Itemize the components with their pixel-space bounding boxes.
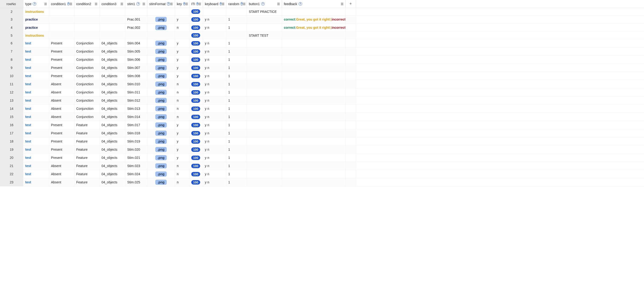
- cell-button1[interactable]: [247, 121, 282, 129]
- cell-condition3[interactable]: 04_objects: [100, 170, 125, 178]
- cell-button1[interactable]: [247, 47, 282, 55]
- header-keyboard[interactable]: keyboard ?: [203, 0, 226, 8]
- cell-rowno[interactable]: 17: [0, 129, 24, 137]
- header-button1[interactable]: button1 ?: [247, 0, 282, 8]
- cell-stimformat[interactable]: .png: [147, 154, 175, 162]
- cell-random[interactable]: 1: [226, 113, 247, 121]
- help-icon[interactable]: ?: [167, 2, 170, 5]
- cell-condition2[interactable]: Feature: [74, 178, 100, 186]
- help-icon[interactable]: ?: [196, 2, 198, 5]
- cell-condition3[interactable]: 04_objects: [100, 129, 125, 137]
- cell-key[interactable]: y: [175, 121, 190, 129]
- cell-condition1[interactable]: [49, 23, 74, 31]
- cell-keyboard[interactable]: y n: [203, 39, 226, 47]
- cell-key[interactable]: y: [175, 146, 190, 153]
- cell-key[interactable]: y: [175, 154, 190, 162]
- cell-feedback[interactable]: correct:Great, you got it right!; incorr…: [282, 23, 346, 31]
- cell-stim1[interactable]: Stim.023: [125, 162, 147, 170]
- table-row[interactable]: 17testPresentFeature04_objectsStim.018.p…: [0, 129, 644, 137]
- table-row[interactable]: 23testAbsentFeature04_objectsStim.025.pn…: [0, 178, 644, 186]
- cell-random[interactable]: 1: [226, 23, 247, 31]
- cell-type[interactable]: test: [24, 154, 49, 162]
- cell-stim1[interactable]: Prac.001: [125, 15, 147, 23]
- cell-condition1[interactable]: Absent: [49, 178, 74, 186]
- cell-rowno[interactable]: 18: [0, 137, 24, 145]
- cell-key[interactable]: n: [175, 88, 190, 96]
- header-condition1[interactable]: condition1 ?: [49, 0, 74, 8]
- cell-stim1[interactable]: Stim.024: [125, 170, 147, 178]
- cell-feedback[interactable]: [282, 154, 346, 162]
- cell-key[interactable]: y: [175, 47, 190, 55]
- cell-rowno[interactable]: 14: [0, 105, 24, 113]
- cell-random[interactable]: 1: [226, 121, 247, 129]
- cell-condition3[interactable]: 04_objects: [100, 80, 125, 88]
- cell-stim1[interactable]: Stim.014: [125, 113, 147, 121]
- cell-type[interactable]: test: [24, 162, 49, 170]
- cell-condition3[interactable]: 04_objects: [100, 154, 125, 162]
- cell-keyboard[interactable]: y n: [203, 15, 226, 23]
- cell-type[interactable]: test: [24, 178, 49, 186]
- cell-key[interactable]: y: [175, 64, 190, 72]
- cell-type[interactable]: test: [24, 137, 49, 145]
- cell-key[interactable]: n: [175, 105, 190, 113]
- table-row[interactable]: 20testPresentFeature04_objectsStim.021.p…: [0, 154, 644, 162]
- header-rowno[interactable]: rowNo: [0, 0, 24, 8]
- header-random[interactable]: random ?: [226, 0, 247, 8]
- cell-key[interactable]: n: [175, 23, 190, 31]
- cell-iti[interactable]: 100: [190, 170, 203, 178]
- column-menu-icon[interactable]: [44, 2, 47, 5]
- cell-button1[interactable]: [247, 39, 282, 47]
- cell-type[interactable]: test: [24, 129, 49, 137]
- cell-stimformat[interactable]: .png: [147, 56, 175, 63]
- cell-key[interactable]: n: [175, 170, 190, 178]
- cell-stimformat[interactable]: .png: [147, 96, 175, 104]
- cell-stimformat[interactable]: .png: [147, 80, 175, 88]
- cell-feedback[interactable]: [282, 39, 346, 47]
- cell-condition3[interactable]: 04_objects: [100, 137, 125, 145]
- cell-keyboard[interactable]: y n: [203, 113, 226, 121]
- cell-condition3[interactable]: 04_objects: [100, 88, 125, 96]
- cell-iti[interactable]: 100: [190, 154, 203, 162]
- cell-stimformat[interactable]: .png: [147, 23, 175, 31]
- cell-stimformat[interactable]: .png: [147, 137, 175, 145]
- cell-keyboard[interactable]: y n: [203, 162, 226, 170]
- cell-stim1[interactable]: Stim.010: [125, 80, 147, 88]
- cell-rowno[interactable]: 3: [0, 15, 24, 23]
- cell-condition3[interactable]: 04_objects: [100, 113, 125, 121]
- table-row[interactable]: 9testPresentConjunction04_objectsStim.00…: [0, 64, 644, 72]
- cell-iti[interactable]: 100: [190, 15, 203, 23]
- cell-stim1[interactable]: [125, 8, 147, 15]
- cell-rowno[interactable]: 12: [0, 88, 24, 96]
- cell-stim1[interactable]: Stim.019: [125, 137, 147, 145]
- cell-button1[interactable]: [247, 137, 282, 145]
- cell-button1[interactable]: [247, 88, 282, 96]
- cell-random[interactable]: 1: [226, 80, 247, 88]
- cell-condition1[interactable]: Present: [49, 121, 74, 129]
- cell-key[interactable]: y: [175, 72, 190, 80]
- cell-feedback[interactable]: [282, 121, 346, 129]
- cell-feedback[interactable]: [282, 32, 346, 39]
- cell-button1[interactable]: [247, 129, 282, 137]
- cell-feedback[interactable]: correct:Great, you got it right!; incorr…: [282, 15, 346, 23]
- cell-condition1[interactable]: [49, 8, 74, 15]
- cell-condition1[interactable]: Absent: [49, 113, 74, 121]
- cell-trailing[interactable]: [346, 113, 356, 121]
- table-row[interactable]: 12testAbsentConjunction04_objectsStim.01…: [0, 88, 644, 96]
- cell-random[interactable]: 1: [226, 88, 247, 96]
- cell-button1[interactable]: [247, 170, 282, 178]
- table-row[interactable]: 14testAbsentConjunction04_objectsStim.01…: [0, 105, 644, 113]
- cell-feedback[interactable]: [282, 146, 346, 153]
- cell-rowno[interactable]: 16: [0, 121, 24, 129]
- table-row[interactable]: 15testAbsentConjunction04_objectsStim.01…: [0, 113, 644, 121]
- cell-trailing[interactable]: [346, 105, 356, 113]
- cell-iti[interactable]: 100: [190, 113, 203, 121]
- cell-trailing[interactable]: [346, 39, 356, 47]
- cell-condition2[interactable]: Feature: [74, 170, 100, 178]
- cell-stim1[interactable]: Stim.020: [125, 146, 147, 153]
- column-menu-icon[interactable]: [120, 2, 123, 5]
- header-stimformat[interactable]: stimFormat ?: [147, 0, 175, 8]
- cell-condition2[interactable]: [74, 8, 100, 15]
- cell-condition2[interactable]: [74, 23, 100, 31]
- cell-random[interactable]: 1: [226, 15, 247, 23]
- cell-iti[interactable]: 100: [190, 146, 203, 153]
